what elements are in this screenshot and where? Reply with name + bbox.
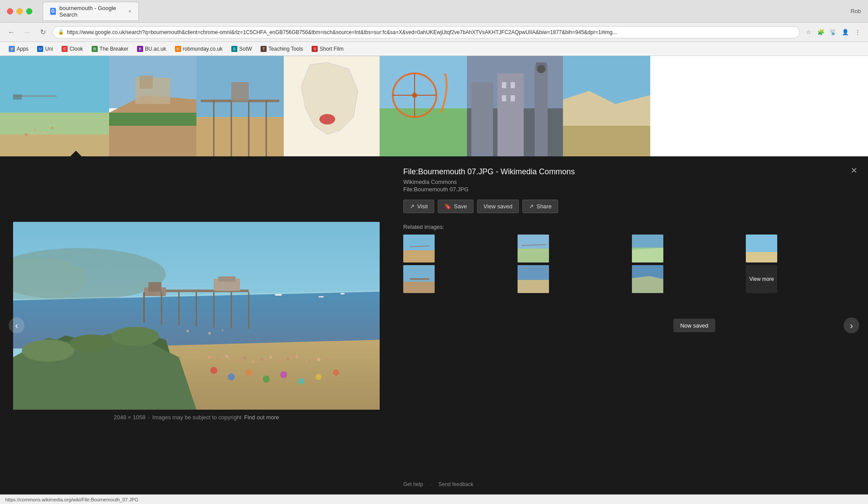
lightbox-prev-button[interactable]: ‹ <box>9 318 24 333</box>
related-image-4[interactable] <box>746 235 777 262</box>
extensions-button[interactable]: 🧩 <box>816 27 826 38</box>
copyright-text: Images may be subject to copyright <box>152 414 242 421</box>
svg-point-73 <box>111 327 159 346</box>
tab-label: bournemouth - Google Search <box>59 5 121 18</box>
robmunday-favicon-icon: R <box>175 46 181 52</box>
maximize-window-button[interactable] <box>26 8 32 14</box>
related-image-2[interactable] <box>518 235 549 262</box>
bookmark-robmunday[interactable]: R robmunday.co.uk <box>172 45 226 53</box>
address-text: https://www.google.co.uk/search?q=bourne… <box>67 29 794 35</box>
status-url: https://commons.wikimedia.org/wiki/File:… <box>5 497 138 502</box>
profile-button[interactable]: 👤 <box>840 27 851 38</box>
strip-image-2[interactable] <box>109 56 196 156</box>
bookmark-sotw[interactable]: S SotW <box>228 45 255 53</box>
tab-favicon: G <box>50 8 56 15</box>
svg-rect-8 <box>13 94 22 100</box>
svg-rect-35 <box>535 65 548 156</box>
related-image-7[interactable] <box>632 265 663 293</box>
strip-image-4[interactable] <box>284 56 380 156</box>
nav-icons: ☆ 🧩 📡 👤 ⋮ <box>803 27 863 38</box>
bookmark-clook[interactable]: C Clook <box>58 45 86 53</box>
traffic-lights <box>7 8 32 14</box>
svg-rect-41 <box>511 95 515 101</box>
view-more-label: View more <box>749 276 774 283</box>
bookmark-apps[interactable]: ⚡ Apps <box>5 45 32 53</box>
breaker-favicon-icon: B <box>92 46 98 52</box>
strip-image-5[interactable] <box>380 56 467 156</box>
tab-close-button[interactable]: × <box>128 8 131 14</box>
lightbox-next-button[interactable]: › <box>844 318 859 333</box>
title-bar: G bournemouth - Google Search × Rob <box>0 0 868 23</box>
bookmark-teaching[interactable]: T Teaching Tools <box>257 45 306 53</box>
related-image-3[interactable] <box>632 235 663 262</box>
cast-button[interactable]: 📡 <box>828 27 838 38</box>
image-source: Wikimedia Commons <box>403 179 858 185</box>
strip-image-3[interactable] <box>196 56 284 156</box>
svg-marker-117 <box>632 276 663 293</box>
svg-point-85 <box>309 360 311 363</box>
svg-rect-65 <box>218 276 236 282</box>
visit-icon: ↗ <box>410 203 415 210</box>
bu-favicon-icon: B <box>137 46 143 52</box>
share-button[interactable]: ↗ Share <box>522 200 558 213</box>
lightbox-close-button[interactable]: × <box>847 163 861 177</box>
svg-point-72 <box>70 335 113 352</box>
related-image-5[interactable] <box>403 265 435 293</box>
bookmark-shortfilm[interactable]: S Short Film <box>308 45 347 53</box>
main-image-container <box>13 222 380 410</box>
share-label: Share <box>536 203 552 210</box>
svg-rect-15 <box>196 117 284 156</box>
svg-point-76 <box>225 355 229 358</box>
svg-marker-107 <box>632 248 663 262</box>
related-image-6[interactable] <box>518 265 549 293</box>
svg-rect-38 <box>502 82 506 88</box>
bookmarks-bar: ⚡ Apps U Uni C Clook B The Breaker B BU.… <box>0 42 868 56</box>
find-out-more-link[interactable]: Find out more <box>244 414 279 421</box>
svg-rect-100 <box>403 250 435 262</box>
bookmark-bu[interactable]: B BU.ac.uk <box>134 45 170 53</box>
view-saved-button[interactable]: View saved <box>477 200 519 213</box>
svg-point-84 <box>295 355 298 358</box>
view-more-button[interactable]: View more <box>746 265 777 293</box>
strip-image-1[interactable] <box>0 56 109 156</box>
nav-bar: ← → ↻ 🔒 https://www.google.co.uk/search?… <box>0 23 868 42</box>
svg-point-87 <box>326 356 329 359</box>
close-window-button[interactable] <box>7 8 13 14</box>
back-button[interactable]: ← <box>5 26 17 38</box>
browser-tab[interactable]: G bournemouth - Google Search × <box>43 2 139 21</box>
svg-point-5 <box>51 127 54 129</box>
lightbox-main-image-area: 2048 × 1058 · Images may be subject to c… <box>0 156 393 494</box>
svg-point-82 <box>278 359 281 362</box>
bookmark-star-button[interactable]: ☆ <box>803 27 814 38</box>
bookmark-uni[interactable]: U Uni <box>34 45 56 53</box>
address-bar[interactable]: 🔒 https://www.google.co.uk/search?q=bour… <box>52 26 800 38</box>
svg-rect-105 <box>632 235 663 248</box>
svg-rect-52 <box>319 296 324 297</box>
svg-rect-102 <box>518 235 549 249</box>
svg-point-78 <box>243 356 246 360</box>
related-image-1[interactable] <box>403 235 435 262</box>
svg-rect-103 <box>518 249 549 262</box>
reload-button[interactable]: ↻ <box>37 26 49 38</box>
send-feedback-link[interactable]: Send feedback <box>439 481 473 487</box>
shortfilm-favicon-icon: S <box>312 46 318 52</box>
bookmark-shortfilm-label: Short Film <box>319 46 343 52</box>
image-title: File:Bournemouth 07.JPG - Wikimedia Comm… <box>403 167 858 177</box>
footer-separator: · <box>430 481 431 487</box>
visit-button[interactable]: ↗ Visit <box>403 200 434 213</box>
svg-rect-113 <box>518 265 549 280</box>
bookmark-breaker[interactable]: B The Breaker <box>88 45 132 53</box>
save-button[interactable]: 🔖 Save <box>438 200 473 213</box>
bookmark-breaker-label: The Breaker <box>99 46 128 52</box>
svg-rect-53 <box>340 293 345 294</box>
lightbox-info-panel: File:Bournemouth 07.JPG - Wikimedia Comm… <box>393 156 868 494</box>
forward-button[interactable]: → <box>21 26 33 38</box>
svg-point-24 <box>319 114 335 124</box>
strip-image-7[interactable] <box>563 56 650 156</box>
minimize-window-button[interactable] <box>17 8 23 14</box>
get-help-link[interactable]: Get help <box>403 481 423 487</box>
menu-button[interactable]: ⋮ <box>852 27 863 38</box>
strip-image-6[interactable] <box>467 56 563 156</box>
svg-point-95 <box>333 369 339 376</box>
svg-rect-99 <box>403 235 435 250</box>
